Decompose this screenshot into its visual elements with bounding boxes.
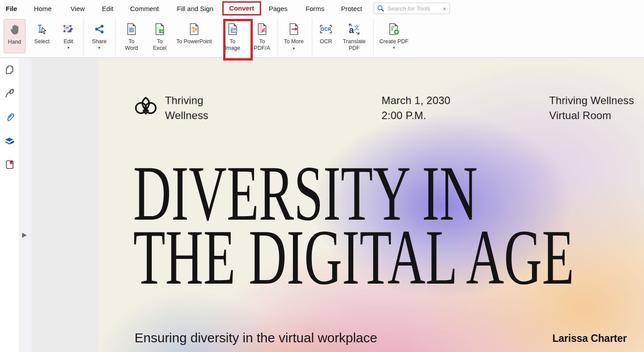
- to-word-label: To Word: [122, 38, 141, 52]
- pdfa-document-icon: [256, 22, 268, 36]
- chevron-down-icon: ▾: [67, 46, 70, 50]
- expand-panel-arrow-icon[interactable]: ▶: [22, 231, 27, 238]
- share-button[interactable]: Share ▾: [87, 19, 111, 53]
- to-image-button[interactable]: To Image: [219, 19, 246, 53]
- edit-icon: [63, 22, 74, 36]
- page-thumbnails-icon[interactable]: [4, 64, 15, 75]
- to-word-button[interactable]: To Word: [119, 19, 144, 53]
- slide-subtitle: Ensuring diversity in the virtual workpl…: [135, 330, 377, 345]
- menu-view[interactable]: View: [71, 5, 85, 12]
- navigation-sidebar: [0, 58, 19, 352]
- translate-zh-glyph: 文: [354, 24, 359, 31]
- toolbar-separator: [83, 19, 84, 55]
- brand-name: Thriving Wellness: [165, 93, 209, 123]
- layers-icon[interactable]: [4, 135, 15, 146]
- to-powerpoint-label: To PowerPoint: [175, 38, 213, 45]
- menu-convert[interactable]: Convert: [229, 4, 255, 12]
- menu-bar: File Home View Edit Comment Fill and Sig…: [0, 0, 644, 17]
- close-icon[interactable]: ×: [442, 5, 446, 12]
- to-pdfa-label: To PDF/A: [253, 38, 271, 52]
- menu-home[interactable]: Home: [34, 5, 52, 12]
- to-more-label: To More ▾: [282, 38, 305, 52]
- event-location: Thriving Wellness Virtual Room: [549, 93, 634, 123]
- chevron-down-icon: ▾: [98, 46, 101, 50]
- convert-tab-highlight: Convert: [222, 1, 262, 15]
- chevron-down-icon: ▾: [293, 46, 295, 51]
- image-document-icon: [227, 22, 238, 36]
- hand-label: Hand: [8, 39, 21, 45]
- ocr-button[interactable]: OCR OCR: [315, 19, 337, 53]
- attachments-icon[interactable]: [4, 112, 15, 122]
- menu-pages[interactable]: Pages: [269, 5, 288, 12]
- menu-file[interactable]: File: [6, 5, 17, 12]
- excel-document-icon: [154, 22, 165, 36]
- menu-forms[interactable]: Forms: [306, 5, 325, 12]
- create-pdf-button[interactable]: Create PDF ▾: [377, 19, 411, 53]
- powerpoint-document-icon: [188, 22, 200, 36]
- ocr-icon: OCR: [319, 22, 333, 36]
- toolbar-separator: [277, 19, 278, 55]
- toolbar-separator: [115, 19, 116, 55]
- to-powerpoint-button[interactable]: To PowerPoint: [174, 19, 214, 53]
- edit-tool-button[interactable]: Edit ▾: [56, 19, 80, 53]
- pdf-page: Thriving Wellness March 1, 2030 2:00 P.M…: [98, 59, 644, 352]
- event-datetime: March 1, 2030 2:00 P.M.: [382, 93, 450, 123]
- chevron-down-icon: ▾: [393, 46, 395, 50]
- translate-pdf-button[interactable]: a 文 Translate PDF: [339, 19, 369, 53]
- collapsed-panel-strip: [20, 58, 31, 352]
- search-placeholder: Search for Tools: [387, 5, 442, 12]
- toolbar-separator: [373, 19, 374, 55]
- select-tool-button[interactable]: Select: [30, 19, 54, 53]
- search-input[interactable]: Search for Tools ×: [374, 3, 450, 14]
- hand-icon: [9, 22, 20, 37]
- hand-tool-button[interactable]: Hand: [4, 19, 26, 53]
- select-label: Select: [34, 38, 50, 45]
- event-date: March 1, 2030: [382, 93, 450, 108]
- menu-comment[interactable]: Comment: [130, 5, 159, 12]
- bookmarks-icon[interactable]: [4, 159, 15, 170]
- translate-icon: a 文: [347, 22, 361, 36]
- event-time: 2:00 P.M.: [382, 108, 450, 123]
- create-pdf-icon: [388, 22, 400, 36]
- toolbar: Hand Select: [0, 17, 644, 58]
- to-more-button[interactable]: To More ▾: [280, 19, 307, 53]
- menu-edit[interactable]: Edit: [102, 5, 113, 12]
- select-icon: [36, 22, 48, 36]
- create-pdf-label: Create PDF: [379, 38, 408, 45]
- signature-icon[interactable]: [4, 88, 15, 99]
- edit-label: Edit: [64, 38, 73, 45]
- to-pdfa-button[interactable]: To PDF/A: [250, 19, 274, 53]
- menu-fill-and-sign[interactable]: Fill and Sign: [177, 5, 213, 12]
- author-name: Larissa Charter: [552, 333, 627, 345]
- share-icon: [94, 22, 105, 36]
- translate-pdf-label: Translate PDF: [341, 38, 368, 52]
- slide-title-line2: THE DIGITAL AGE: [133, 218, 574, 296]
- menu-protect[interactable]: Protect: [341, 5, 362, 12]
- search-icon: [377, 5, 384, 12]
- ocr-label: OCR: [320, 38, 332, 45]
- document-workspace: Thriving Wellness March 1, 2030 2:00 P.M…: [32, 58, 644, 352]
- pdf-editor-window: File Home View Edit Comment Fill and Sig…: [0, 0, 644, 352]
- word-document-icon: [126, 22, 137, 36]
- share-label: Share: [92, 38, 106, 45]
- thriving-wellness-logo-icon: [134, 95, 158, 120]
- to-excel-button[interactable]: To Excel: [147, 19, 172, 53]
- export-more-document-icon: [288, 22, 300, 36]
- toolbar-separator: [312, 19, 312, 55]
- ocr-icon-text: OCR: [321, 26, 332, 32]
- to-excel-label: To Excel: [150, 38, 169, 52]
- to-image-label: To Image: [223, 38, 242, 52]
